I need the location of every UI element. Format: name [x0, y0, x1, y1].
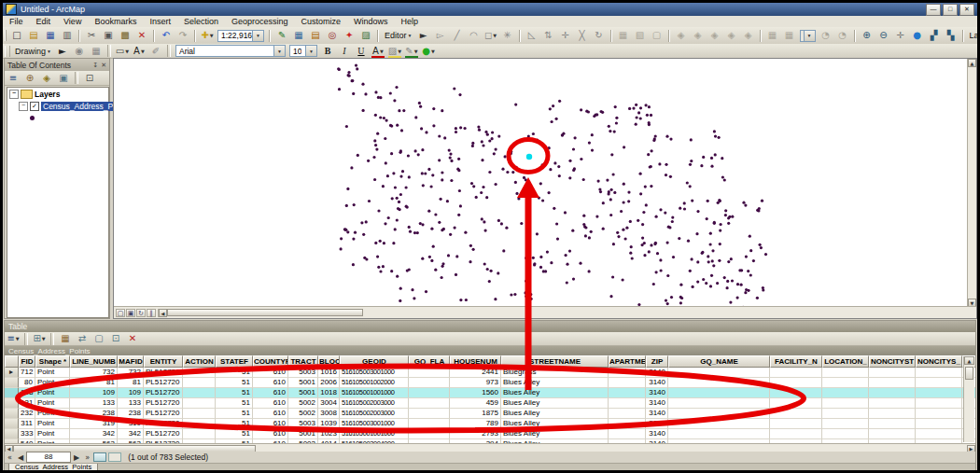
scroll-up-icon[interactable]: ▲ [968, 59, 976, 67]
row-selector[interactable] [5, 419, 19, 429]
table-nav-prev[interactable]: ◀ [15, 453, 26, 462]
feature-template-combo[interactable]: ▼ [800, 30, 816, 42]
list-by-drawing-order-icon[interactable]: ≡ [5, 72, 21, 85]
editor-menu[interactable]: Editor▼ [382, 29, 414, 42]
column-header-bloc[interactable]: BLOC [318, 355, 340, 368]
map-hscroll-thumb[interactable] [167, 309, 363, 316]
data-view-icon[interactable]: ▢ [116, 309, 125, 317]
reshape-tool-icon[interactable]: ⇅ [540, 29, 557, 42]
snapping-icon-4[interactable]: ◈ [723, 29, 740, 42]
collapse-icon[interactable]: − [19, 102, 28, 111]
pan-icon[interactable]: ✛ [892, 29, 909, 42]
menu-file[interactable]: File [3, 17, 30, 26]
row-selector[interactable]: ▸ [5, 368, 19, 378]
row-selector[interactable] [5, 429, 19, 439]
list-by-visibility-icon[interactable]: ◈ [38, 72, 55, 85]
row-selector[interactable] [5, 378, 19, 388]
column-header-gq-name[interactable]: GQ_NAME [668, 355, 770, 368]
menu-view[interactable]: View [57, 17, 88, 26]
title-bar[interactable]: Untitled - ArcMap —□✕ [3, 3, 977, 16]
split-tool-icon[interactable]: ╳ [574, 29, 591, 42]
table-row[interactable]: 80Point8181PL512720516105001200651610500… [5, 378, 975, 388]
marker-symbol-icon[interactable]: ●▼ [420, 45, 437, 58]
column-header-location-[interactable]: LOCATION_ [822, 355, 869, 368]
table-row[interactable]: ▸712Point732732PL51272051610500310165161… [5, 368, 975, 378]
text-tool-icon[interactable]: A▼ [131, 45, 147, 58]
rotate-element-icon[interactable]: ◉ [71, 45, 88, 58]
record-number-input[interactable]: 88 [26, 452, 71, 463]
related-tables-icon[interactable]: ⊞▼ [31, 332, 48, 345]
table-vertical-scrollbar[interactable]: ▲ [963, 356, 974, 442]
minimize-button[interactable]: — [926, 4, 941, 16]
menu-edit[interactable]: Edit [30, 17, 58, 26]
clear-selection-icon[interactable]: ▢ [91, 332, 107, 345]
undo-icon[interactable]: ↶ [158, 29, 175, 42]
table-row[interactable]: 232Point238238PL512720516105002300851610… [5, 409, 975, 419]
table-vscroll-thumb[interactable] [965, 367, 973, 380]
menu-insert[interactable]: Insert [143, 17, 177, 26]
scroll-up-icon[interactable]: ▲ [964, 356, 974, 365]
rotate-tool-icon[interactable]: ↻ [591, 29, 608, 42]
show-all-records-icon[interactable] [93, 452, 106, 462]
sketch-properties-icon[interactable]: ▧ [632, 29, 649, 42]
menu-bookmarks[interactable]: Bookmarks [88, 17, 143, 26]
list-by-selection-icon[interactable]: ▣ [55, 72, 72, 85]
cut-icon[interactable]: ✂ [83, 29, 100, 42]
catalog-window-icon[interactable]: ▤ [307, 29, 324, 42]
table-nav-next[interactable]: ▶ [71, 453, 82, 462]
labeling-menu[interactable]: Labeling▼ [967, 29, 977, 42]
share-icon-2[interactable]: ◔ [834, 29, 851, 42]
snapping-icon-3[interactable]: ◈ [707, 29, 723, 42]
row-selector[interactable] [5, 409, 19, 419]
column-header-noncitys-[interactable]: NONCITYS_ [916, 355, 962, 368]
table-title-bar[interactable]: Table [5, 321, 975, 332]
toc-pin-icon[interactable]: ↧ [92, 62, 98, 69]
column-header-mafid[interactable]: MAFID [118, 355, 144, 368]
column-header-entity[interactable]: ENTITY [144, 355, 183, 368]
column-header-action[interactable]: ACTION [183, 355, 216, 368]
edit-vertices-icon[interactable]: ✐ [147, 45, 164, 58]
search-window-icon[interactable]: ◎ [324, 29, 341, 42]
paste-icon[interactable]: ▩ [117, 29, 133, 42]
font-name-combo[interactable]: Arial▼ [175, 45, 286, 57]
print-icon[interactable]: ▥ [59, 29, 76, 42]
create-features-icon[interactable]: ▢ [649, 29, 665, 42]
column-header-facility-n[interactable]: FACILITY_N [770, 355, 822, 368]
snapping-icon-1[interactable]: ◈ [673, 29, 690, 42]
map-vertical-scrollbar[interactable]: ▲ ▼ [967, 59, 976, 307]
move-tool-icon[interactable]: ✛ [557, 29, 574, 42]
trace-tool-icon[interactable]: ◺ [524, 29, 540, 42]
open-map-icon[interactable]: ▤ [25, 29, 42, 42]
fixed-zoom-in-icon[interactable]: ▞ [926, 29, 943, 42]
zoom-in-icon[interactable]: ⊕ [859, 29, 875, 42]
layout-view-icon[interactable]: ▣ [126, 309, 135, 317]
menu-geoprocessing[interactable]: Geoprocessing [225, 17, 295, 26]
topology-icon-2[interactable]: ▦ [781, 29, 798, 42]
menu-help[interactable]: Help [395, 17, 426, 26]
table-nav-last[interactable]: » [82, 453, 92, 462]
column-header-line-numb[interactable]: LINE_NUMB [70, 355, 118, 368]
row-selector[interactable] [5, 398, 19, 409]
map-scale-combo[interactable]: 1:22,916▼ [217, 30, 264, 42]
snapping-icon-2[interactable]: ◈ [690, 29, 707, 42]
fill-color-icon[interactable]: ▨▼ [386, 45, 403, 58]
edit-tool-icon[interactable]: ► [415, 29, 432, 42]
row-selector[interactable] [5, 388, 19, 398]
font-color-icon[interactable]: A▼ [370, 45, 386, 58]
edit-annotation-tool-icon[interactable]: ▻ [432, 29, 449, 42]
table-row[interactable]: 131Point133133PL512720516105002300451610… [5, 398, 975, 409]
layer-visibility-checkbox[interactable]: ✓ [30, 102, 39, 111]
close-button[interactable]: ✕ [959, 4, 974, 16]
save-icon[interactable]: ▦ [42, 29, 59, 42]
menu-windows[interactable]: Windows [347, 17, 395, 26]
column-header-noncityst[interactable]: NONCITYST [869, 355, 916, 368]
table-nav-first[interactable]: « [5, 453, 15, 462]
row-selector-header[interactable] [5, 355, 19, 368]
map-canvas[interactable]: ▲ ▼ ▢▣↻∥ ◀ [113, 58, 977, 319]
column-header-shape-[interactable]: Shape * [35, 355, 70, 368]
column-header-fid[interactable]: FID [19, 355, 35, 368]
select-by-attributes-icon[interactable]: ▦ [57, 332, 74, 345]
line-color-icon[interactable]: ✎▼ [403, 45, 420, 58]
column-header-statef[interactable]: STATEF [216, 355, 253, 368]
share-icon-1[interactable]: ◔ [818, 29, 834, 42]
